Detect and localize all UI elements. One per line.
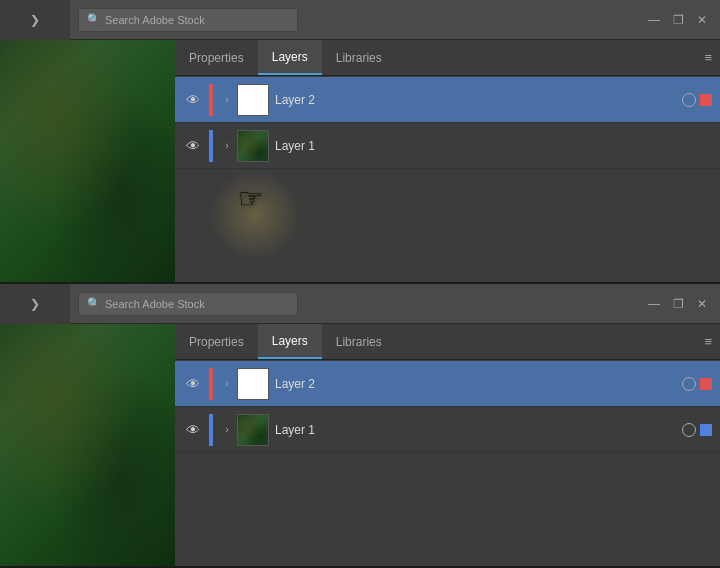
visibility-icon-layer1-top[interactable]: 👁 bbox=[179, 132, 207, 160]
layer-row-1-top[interactable]: 👁 › Layer 1 bbox=[175, 123, 720, 169]
tabs-area-top: Properties Layers Libraries ≡ bbox=[175, 40, 720, 76]
restore-button-top[interactable]: ❐ bbox=[670, 12, 686, 28]
color-indicator-blue-top bbox=[209, 130, 213, 162]
layer-name-2-bottom: Layer 2 bbox=[275, 377, 682, 391]
visibility-icon-layer2-bottom[interactable]: 👁 bbox=[179, 370, 207, 398]
expand-arrow-layer2-bottom[interactable]: › bbox=[217, 374, 237, 394]
circle-icon-layer2-top bbox=[682, 93, 696, 107]
expand-arrow-layer2-top[interactable]: › bbox=[217, 90, 237, 110]
search-icon-top: 🔍 bbox=[87, 13, 101, 26]
square-color-layer1-bottom bbox=[700, 424, 712, 436]
background-image-bottom bbox=[0, 284, 175, 568]
visibility-icon-layer2-top[interactable]: 👁 bbox=[179, 86, 207, 114]
layer-icons-2-top bbox=[682, 93, 712, 107]
tab-properties-top[interactable]: Properties bbox=[175, 40, 258, 75]
restore-button-bottom[interactable]: ❐ bbox=[670, 296, 686, 312]
layer-thumb-1-top bbox=[237, 130, 269, 162]
square-color-layer2-bottom bbox=[700, 378, 712, 390]
layer-icons-1-bottom bbox=[682, 423, 712, 437]
layer-row-2-top[interactable]: 👁 › Layer 2 bbox=[175, 77, 720, 123]
visibility-icon-layer1-bottom[interactable]: 👁 bbox=[179, 416, 207, 444]
title-bar-collapse-bottom[interactable]: ❯ bbox=[0, 284, 70, 324]
layer-row-2-bottom[interactable]: 👁 › Layer 2 bbox=[175, 361, 720, 407]
circle-icon-layer1-bottom bbox=[682, 423, 696, 437]
expand-arrow-layer1-bottom[interactable]: › bbox=[217, 420, 237, 440]
layers-panel-bottom: 👁 › Layer 2 👁 › Layer 1 bbox=[175, 361, 720, 566]
layer-name-1-top: Layer 1 bbox=[275, 139, 712, 153]
search-icon-bottom: 🔍 bbox=[87, 297, 101, 310]
title-bar-collapse-top[interactable]: ❯ bbox=[0, 0, 70, 40]
layer-thumb-1-bottom bbox=[237, 414, 269, 446]
chevron-down-icon-top: ❯ bbox=[30, 13, 40, 27]
layers-panel-top: 👁 › Layer 2 👁 › Layer 1 bbox=[175, 77, 720, 282]
minimize-button-bottom[interactable]: — bbox=[646, 296, 662, 312]
search-bar-top[interactable]: 🔍 Search Adobe Stock bbox=[78, 8, 298, 32]
close-button-bottom[interactable]: ✕ bbox=[694, 296, 710, 312]
search-text-bottom: Search Adobe Stock bbox=[105, 298, 205, 310]
search-bar-bottom[interactable]: 🔍 Search Adobe Stock bbox=[78, 292, 298, 316]
layer-row-1-bottom[interactable]: 👁 › Layer 1 bbox=[175, 407, 720, 453]
expand-arrow-layer1-top[interactable]: › bbox=[217, 136, 237, 156]
square-color-layer2-top bbox=[700, 94, 712, 106]
layer-icons-2-bottom bbox=[682, 377, 712, 391]
layer-thumb-2-top bbox=[237, 84, 269, 116]
tab-libraries-bottom[interactable]: Libraries bbox=[322, 324, 396, 359]
layer-thumb-2-bottom bbox=[237, 368, 269, 400]
tabs-area-bottom: Properties Layers Libraries ≡ bbox=[175, 324, 720, 360]
tab-menu-icon-top[interactable]: ≡ bbox=[704, 50, 712, 65]
tab-properties-bottom[interactable]: Properties bbox=[175, 324, 258, 359]
layer-name-1-bottom: Layer 1 bbox=[275, 423, 682, 437]
minimize-button-top[interactable]: — bbox=[646, 12, 662, 28]
search-text-top: Search Adobe Stock bbox=[105, 14, 205, 26]
tab-layers-bottom[interactable]: Layers bbox=[258, 324, 322, 359]
panel-section-top: ❯ 🔍 Search Adobe Stock — ❐ ✕ » Propertie… bbox=[0, 0, 720, 284]
panel-section-bottom: ❯ 🔍 Search Adobe Stock — ❐ ✕ » Propertie… bbox=[0, 284, 720, 568]
window-controls-bottom: — ❐ ✕ bbox=[646, 296, 710, 312]
tab-libraries-top[interactable]: Libraries bbox=[322, 40, 396, 75]
layer-name-2-top: Layer 2 bbox=[275, 93, 682, 107]
color-indicator-red-top bbox=[209, 84, 213, 116]
tab-menu-icon-bottom[interactable]: ≡ bbox=[704, 334, 712, 349]
close-button-top[interactable]: ✕ bbox=[694, 12, 710, 28]
window-controls-top: — ❐ ✕ bbox=[646, 12, 710, 28]
circle-icon-layer2-bottom bbox=[682, 377, 696, 391]
background-image-top bbox=[0, 0, 175, 284]
title-bar-top: 🔍 Search Adobe Stock — ❐ ✕ bbox=[70, 0, 720, 40]
color-indicator-blue-bottom bbox=[209, 414, 213, 446]
title-bar-bottom: 🔍 Search Adobe Stock — ❐ ✕ bbox=[70, 284, 720, 324]
tab-layers-top[interactable]: Layers bbox=[258, 40, 322, 75]
color-indicator-red-bottom bbox=[209, 368, 213, 400]
chevron-down-icon-bottom: ❯ bbox=[30, 297, 40, 311]
